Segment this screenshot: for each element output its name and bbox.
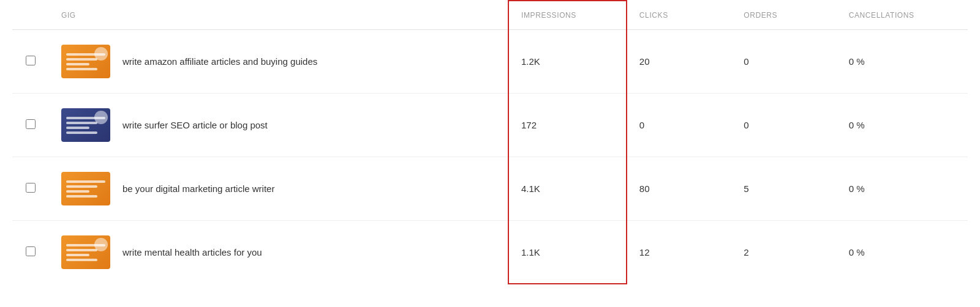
row-checkbox[interactable] [26,246,36,256]
row-orders-cell: 0 [731,94,836,157]
gig-thumbnail [61,108,110,142]
table-row: write amazon affiliate articles and buyi… [12,30,968,94]
thumb-line-3 [66,63,89,65]
thumb-line-2 [66,249,97,251]
thumb-line-1 [66,180,105,183]
thumb-line-2 [66,185,97,188]
thumb-inner [61,108,110,142]
thumb-line-4 [66,131,97,134]
header-orders-label: ORDERS [744,11,777,20]
thumb-avatar [94,111,108,124]
header-orders-col: ORDERS [731,1,836,30]
gigs-table: GIG IMPRESSIONS CLICKS ORDERS CANCELLATI… [12,0,968,284]
row-impressions-cell: 1.1K [508,221,627,284]
header-gig-col: GIG [49,1,508,30]
table-row: be your digital marketing article writer… [12,157,968,221]
gig-cell-content: be your digital marketing article writer [61,172,496,205]
row-orders-cell: 2 [731,221,836,284]
thumb-avatar [94,47,108,61]
row-checkbox[interactable] [26,183,36,193]
gig-title: be your digital marketing article writer [123,182,274,195]
thumb-line-3 [66,190,89,193]
thumb-line-3 [66,254,89,256]
row-clicks-cell: 80 [627,157,731,221]
thumb-line-3 [66,127,89,129]
header-cancellations-col: CANCELLATIONS [837,1,968,30]
gig-title: write surfer SEO article or blog post [123,119,268,131]
row-checkbox[interactable] [26,119,36,129]
row-checkbox-cell [12,30,49,94]
row-gig-cell: be your digital marketing article writer [49,157,508,221]
row-orders-cell: 5 [731,157,836,221]
row-gig-cell: write surfer SEO article or blog post [49,94,508,157]
header-checkbox-col [12,1,49,30]
row-cancellations-cell: 0 % [837,94,968,157]
row-checkbox-cell [12,221,49,284]
gig-title: write mental health articles for you [123,246,262,259]
row-checkbox-cell [12,94,49,157]
gigs-table-container: GIG IMPRESSIONS CLICKS ORDERS CANCELLATI… [0,0,980,284]
row-cancellations-cell: 0 % [837,157,968,221]
thumb-lines [61,176,110,202]
row-checkbox-cell [12,157,49,221]
thumb-line-4 [66,259,97,261]
row-clicks-cell: 20 [627,30,731,94]
row-gig-cell: write amazon affiliate articles and buyi… [49,30,508,94]
gig-cell-content: write surfer SEO article or blog post [61,108,496,142]
row-cancellations-cell: 0 % [837,221,968,284]
header-gig-label: GIG [61,11,76,20]
row-clicks-cell: 12 [627,221,731,284]
table-header-row: GIG IMPRESSIONS CLICKS ORDERS CANCELLATI… [12,1,968,30]
thumb-inner [61,235,110,269]
row-impressions-cell: 4.1K [508,157,627,221]
thumb-inner [61,172,110,205]
thumb-avatar [94,238,108,251]
table-row: write mental health articles for you 1.1… [12,221,968,284]
table-row: write surfer SEO article or blog post 17… [12,94,968,157]
gig-thumbnail [61,235,110,269]
header-impressions-col: IMPRESSIONS [508,1,627,30]
row-impressions-cell: 172 [508,94,627,157]
gig-cell-content: write amazon affiliate articles and buyi… [61,45,496,78]
thumb-line-4 [66,195,97,198]
header-clicks-label: CLICKS [639,11,668,20]
row-cancellations-cell: 0 % [837,30,968,94]
thumb-line-4 [66,68,97,70]
row-impressions-cell: 1.2K [508,30,627,94]
row-checkbox[interactable] [26,56,36,65]
gig-thumbnail [61,172,110,205]
thumb-line-2 [66,122,97,124]
gig-thumbnail [61,45,110,78]
header-impressions-label: IMPRESSIONS [521,11,576,20]
gig-cell-content: write mental health articles for you [61,235,496,269]
header-cancellations-label: CANCELLATIONS [849,11,914,20]
row-gig-cell: write mental health articles for you [49,221,508,284]
gig-title: write amazon affiliate articles and buyi… [123,55,317,68]
thumb-line-2 [66,58,97,61]
row-orders-cell: 0 [731,30,836,94]
header-clicks-col: CLICKS [627,1,731,30]
thumb-inner [61,45,110,78]
row-clicks-cell: 0 [627,94,731,157]
